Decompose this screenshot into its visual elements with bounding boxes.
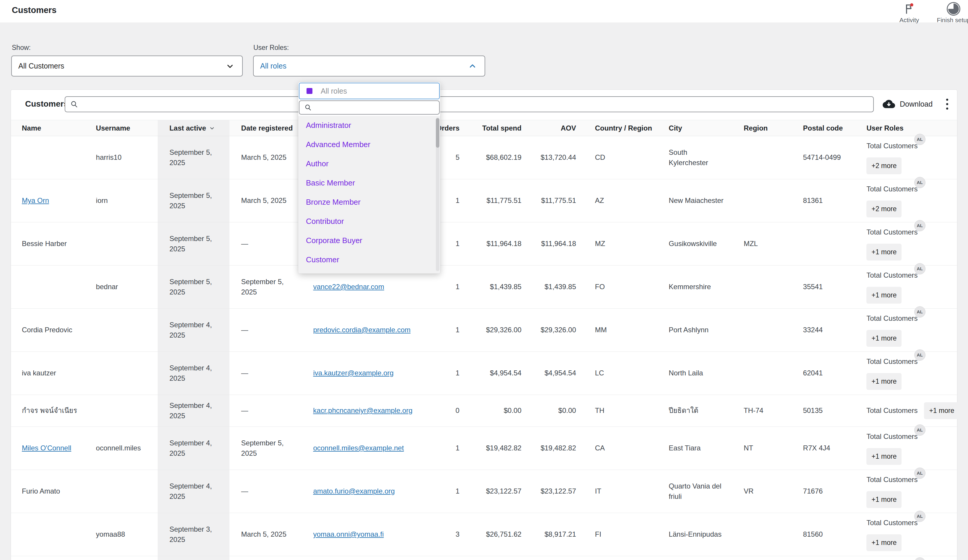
cell-postal-code-value: 35541 bbox=[803, 282, 823, 292]
cell-last-active-value: September 4, 2025 bbox=[169, 481, 218, 502]
column-header-last-active[interactable]: Last active bbox=[158, 120, 229, 136]
cell-date-registered-value: — bbox=[241, 239, 249, 249]
cell-date-registered-value: — bbox=[241, 325, 249, 335]
column-header-country-region[interactable]: Country / Region bbox=[583, 120, 657, 136]
dropdown-scrollbar-thumb[interactable] bbox=[436, 118, 439, 147]
cell-email-value[interactable]: oconnell.miles@example.net bbox=[313, 443, 404, 453]
column-header-username[interactable]: Username bbox=[89, 120, 158, 136]
column-header-date-registered[interactable]: Date registered bbox=[229, 120, 302, 136]
download-button[interactable]: Download bbox=[883, 94, 933, 113]
cell-city-value: North Laila bbox=[669, 368, 703, 378]
roles-search-input[interactable] bbox=[315, 103, 439, 112]
role-option-corporate-buyer[interactable]: Corporate Buyer bbox=[298, 231, 440, 250]
role-option-author[interactable]: Author bbox=[298, 154, 440, 173]
cell-total-spend-value: $11,775.51 bbox=[487, 196, 522, 206]
cell-country: MM bbox=[583, 309, 657, 351]
cell-email-value[interactable]: yomaa.onni@yomaa.fi bbox=[313, 529, 384, 540]
cell-name-value[interactable]: Miles O'Connell bbox=[22, 443, 71, 453]
more-roles-button[interactable]: +1 more bbox=[867, 244, 902, 260]
cell-orders-value: 1 bbox=[456, 486, 459, 497]
cell-orders-value: 0 bbox=[456, 406, 459, 416]
table-body: harris10September 5, 2025March 5, 20255$… bbox=[11, 136, 957, 560]
cell-aov-value: $23,122.57 bbox=[541, 486, 576, 497]
cell-country: AZ bbox=[583, 179, 657, 222]
user-roles-filter-select[interactable]: All roles bbox=[253, 56, 485, 76]
more-roles-button[interactable]: +1 more bbox=[867, 534, 902, 551]
cell-city: Kemmershire bbox=[657, 265, 737, 308]
table-row: bednarSeptember 5, 2025September 5, 2025… bbox=[11, 265, 957, 309]
cell-email-value[interactable]: vance22@bednar.com bbox=[313, 282, 384, 292]
finish-setup-label: Finish setup bbox=[937, 17, 968, 24]
role-option-basic-member[interactable]: Basic Member bbox=[298, 173, 440, 192]
cell-total-spend: $1,439.85 bbox=[467, 265, 529, 308]
cell-total-spend: $29,326.00 bbox=[467, 309, 529, 351]
cell-orders-value: 1 bbox=[456, 239, 459, 249]
cell-roles: Total CustomersAL+1 more bbox=[855, 470, 957, 513]
column-header-user-roles[interactable]: User Roles bbox=[855, 120, 957, 136]
cell-aov: $0.00 bbox=[529, 395, 583, 426]
user-roles-value: Total CustomersAL bbox=[867, 141, 918, 151]
more-roles-button[interactable]: +1 more bbox=[867, 373, 902, 390]
cell-region-value: VR bbox=[744, 486, 753, 497]
cell-orders-value: 1 bbox=[456, 282, 459, 292]
cell-aov-value: $11,964.18 bbox=[541, 239, 576, 249]
user-roles-value: Total CustomersAL bbox=[867, 518, 918, 528]
user-roles-cell-content: Total CustomersAL+1 more bbox=[867, 270, 918, 304]
column-header-postal-code[interactable]: Postal code bbox=[791, 120, 855, 136]
more-roles-button[interactable]: +1 more bbox=[867, 330, 902, 347]
user-roles-cell-content: Total CustomersAL+1 more bbox=[867, 475, 918, 508]
user-roles-value: Total CustomersAL bbox=[867, 270, 918, 281]
all-roles-label: All roles bbox=[321, 87, 347, 95]
cell-roles: Total CustomersAL+1 more bbox=[855, 427, 957, 470]
customers-search-input[interactable] bbox=[82, 100, 873, 109]
all-roles-option[interactable]: All roles bbox=[299, 83, 440, 99]
user-roles-value: Total CustomersAL bbox=[867, 227, 918, 237]
show-filter-select[interactable]: All Customers bbox=[11, 56, 243, 76]
cell-username bbox=[89, 309, 158, 351]
cell-email-value[interactable]: kacr.phcncaneiyr@example.org bbox=[313, 406, 413, 416]
column-header-name[interactable]: Name bbox=[11, 120, 89, 136]
role-option-bronze-member[interactable]: Bronze Member bbox=[298, 192, 440, 212]
column-header-label: Last active bbox=[169, 124, 206, 133]
cell-date-registered-value: — bbox=[241, 368, 249, 378]
column-header-aov[interactable]: AOV bbox=[529, 120, 583, 136]
cell-orders-value: 3 bbox=[456, 529, 459, 540]
customers-search-box[interactable] bbox=[65, 96, 874, 112]
table-row: harris10September 5, 2025March 5, 20255$… bbox=[11, 136, 957, 179]
more-roles-button[interactable]: +1 more bbox=[867, 448, 902, 465]
cell-date-registered: — bbox=[229, 395, 302, 426]
cell-name-value[interactable]: Mya Orn bbox=[22, 196, 49, 206]
cell-last-active-value: September 5, 2025 bbox=[169, 277, 218, 297]
column-header-region[interactable]: Region bbox=[736, 120, 791, 136]
cell-last-active: September 3, 2025 bbox=[158, 513, 229, 556]
roles-search-box[interactable] bbox=[299, 100, 440, 114]
cell-aov-value: $0.00 bbox=[559, 406, 576, 416]
user-roles-value: Total Customers bbox=[867, 406, 918, 416]
activity-button[interactable]: Activity bbox=[887, 2, 932, 24]
more-roles-button[interactable]: +2 more bbox=[867, 157, 902, 174]
role-option-contributor[interactable]: Contributor bbox=[298, 212, 440, 231]
more-roles-button[interactable]: +1 more bbox=[924, 402, 959, 419]
column-header-total-spend[interactable]: Total spend bbox=[467, 120, 529, 136]
column-header-city[interactable]: City bbox=[657, 120, 737, 136]
finish-setup-button[interactable]: Finish setup bbox=[932, 2, 968, 24]
column-header-label: Postal code bbox=[803, 124, 843, 133]
role-count-badge: AL bbox=[914, 350, 925, 361]
more-roles-button[interactable]: +1 more bbox=[867, 491, 902, 508]
role-option-administrator[interactable]: Administrator bbox=[298, 116, 440, 135]
role-option-customer[interactable]: Customer bbox=[298, 250, 440, 269]
cell-email-value[interactable]: predovic.cordia@example.com bbox=[313, 325, 411, 335]
cell-orders: 3 bbox=[430, 513, 467, 556]
cell-email-value[interactable]: iva.kautzer@example.org bbox=[313, 368, 393, 378]
more-options-kebab-button[interactable] bbox=[938, 95, 956, 113]
role-option-advanced-member[interactable]: Advanced Member bbox=[298, 135, 440, 154]
cell-postal-code: 35541 bbox=[791, 265, 855, 308]
cell-username: iorn bbox=[89, 179, 158, 222]
cell-email-value[interactable]: amato.furio@example.org bbox=[313, 486, 395, 497]
cell-orders-value: 1 bbox=[456, 196, 459, 206]
user-roles-value: Total CustomersAL bbox=[867, 431, 918, 442]
column-header-label: Region bbox=[744, 124, 767, 133]
cell-country-value: FI bbox=[595, 529, 601, 540]
more-roles-button[interactable]: +2 more bbox=[867, 200, 902, 217]
more-roles-button[interactable]: +1 more bbox=[867, 287, 902, 304]
